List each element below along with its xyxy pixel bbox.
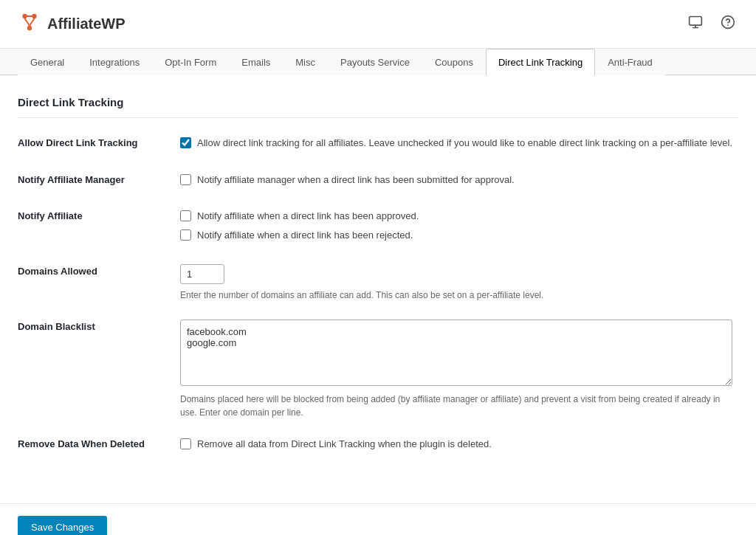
domain-blacklist-hint: Domains placed here will be blocked from…: [180, 393, 738, 419]
svg-point-2: [27, 26, 32, 30]
domain-blacklist-textarea[interactable]: facebook.com google.com: [180, 320, 732, 386]
notify-affiliate-label: Notify Affiliate: [18, 209, 180, 221]
monitor-button[interactable]: [685, 12, 706, 36]
domains-allowed-hint: Enter the number of domains an affiliate…: [180, 289, 738, 302]
domains-allowed-control: Enter the number of domains an affiliate…: [180, 264, 738, 302]
remove-data-row: Remove Data When Deleted Remove all data…: [18, 437, 738, 456]
domain-blacklist-row: Domain Blacklist facebook.com google.com…: [18, 320, 738, 419]
notify-manager-desc: Notify affiliate manager when a direct l…: [197, 173, 515, 187]
tab-integrations[interactable]: Integrations: [77, 49, 152, 75]
page-wrapper: AffiliateWP General Integrations: [0, 0, 756, 535]
notify-manager-control: Notify affiliate manager when a direct l…: [180, 173, 738, 192]
domains-allowed-row: Domains Allowed Enter the number of doma…: [18, 264, 738, 302]
notify-manager-label: Notify Affiliate Manager: [18, 173, 180, 185]
svg-line-4: [30, 18, 34, 26]
domain-blacklist-label: Domain Blacklist: [18, 320, 180, 332]
remove-data-desc: Remove all data from Direct Link Trackin…: [197, 437, 492, 452]
tab-opt-in-form[interactable]: Opt-In Form: [152, 49, 229, 75]
notify-affiliate-row: Notify Affiliate Notify affiliate when a…: [18, 209, 738, 246]
notify-affiliate-rejected-checkbox[interactable]: [180, 229, 191, 241]
notify-manager-checkbox[interactable]: [180, 174, 191, 185]
logo-area: AffiliateWP: [18, 10, 126, 38]
allow-direct-link-row: Allow Direct Link Tracking Allow direct …: [18, 136, 738, 155]
tabs-bar: General Integrations Opt-In Form Emails …: [0, 49, 756, 75]
allow-direct-link-label: Allow Direct Link Tracking: [18, 136, 180, 148]
domains-allowed-label: Domains Allowed: [18, 264, 180, 277]
main-content: Direct Link Tracking Allow Direct Link T…: [0, 75, 756, 503]
logo-text: AffiliateWP: [47, 15, 126, 32]
notify-affiliate-approved-checkbox[interactable]: [180, 210, 191, 221]
domains-allowed-input[interactable]: [180, 264, 224, 284]
domain-blacklist-control: facebook.com google.com Domains placed h…: [180, 320, 738, 419]
help-button[interactable]: [718, 12, 738, 36]
footer-bar: Save Changes: [0, 503, 756, 536]
remove-data-control: Remove all data from Direct Link Trackin…: [180, 437, 738, 456]
notify-affiliate-rejected-desc: Notify affiliate when a direct link has …: [197, 228, 413, 243]
notify-affiliate-control: Notify affiliate when a direct link has …: [180, 209, 738, 246]
notify-affiliate-approved-desc: Notify affiliate when a direct link has …: [197, 209, 419, 224]
allow-direct-link-checkbox[interactable]: [180, 137, 191, 148]
svg-rect-6: [690, 17, 702, 26]
tab-emails[interactable]: Emails: [229, 49, 283, 75]
tab-anti-fraud[interactable]: Anti-Fraud: [595, 49, 665, 75]
remove-data-checkbox[interactable]: [180, 438, 191, 449]
logo-icon: [18, 10, 41, 38]
notify-affiliate-rejected-row: Notify affiliate when a direct link has …: [180, 228, 738, 243]
svg-line-3: [25, 18, 30, 26]
remove-data-checkbox-row: Remove all data from Direct Link Trackin…: [180, 437, 738, 452]
section-heading: Direct Link Tracking: [18, 96, 738, 118]
notify-manager-row: Notify Affiliate Manager Notify affiliat…: [18, 173, 738, 192]
header-icons: [685, 12, 738, 36]
header: AffiliateWP: [0, 0, 756, 49]
notify-affiliate-approved-row: Notify affiliate when a direct link has …: [180, 209, 738, 224]
tab-payouts-service[interactable]: Payouts Service: [328, 49, 422, 75]
allow-direct-link-desc: Allow direct link tracking for all affil…: [197, 136, 732, 151]
tab-general[interactable]: General: [18, 49, 77, 75]
allow-direct-link-checkbox-row: Allow direct link tracking for all affil…: [180, 136, 738, 151]
tab-direct-link-tracking[interactable]: Direct Link Tracking: [486, 49, 595, 75]
allow-direct-link-control: Allow direct link tracking for all affil…: [180, 136, 738, 155]
tab-coupons[interactable]: Coupons: [422, 49, 486, 75]
remove-data-label: Remove Data When Deleted: [18, 437, 180, 449]
notify-manager-checkbox-row: Notify affiliate manager when a direct l…: [180, 173, 738, 187]
save-changes-button[interactable]: Save Changes: [18, 516, 107, 536]
tab-misc[interactable]: Misc: [283, 49, 328, 75]
